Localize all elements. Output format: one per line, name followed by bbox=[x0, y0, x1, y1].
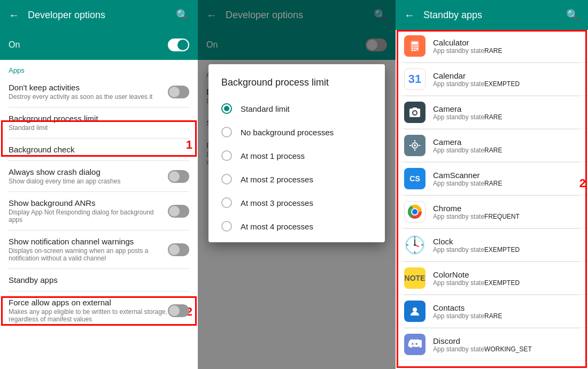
app-state-chrome: App standby stateFREQUENT bbox=[433, 213, 579, 220]
app-info-colornote: ColorNote App standby stateEXEMPTED bbox=[433, 270, 579, 287]
app-name-clock: Clock bbox=[433, 237, 579, 246]
setting-force-external[interactable]: Force allow apps on external Makes any a… bbox=[0, 291, 198, 329]
panel-standby-apps: 2 ← Standby apps 🔍 bbox=[396, 0, 588, 369]
app-state-colornote: App standby stateEXEMPTED bbox=[433, 279, 579, 287]
toolbar-title-1: Developer options bbox=[28, 10, 176, 21]
setting-text: Don't keep activities Destroy every acti… bbox=[9, 83, 168, 101]
radio-at-most-1[interactable]: At most 1 process bbox=[208, 144, 385, 167]
toggle-dont-keep[interactable] bbox=[168, 86, 189, 98]
app-item-camscanner[interactable]: CS CamScanner App standby stateRARE bbox=[396, 163, 588, 195]
app-item-calculator[interactable]: Calculator App standby stateRARE bbox=[396, 30, 588, 63]
setting-background-process-limit[interactable]: Background process limit Standard limit bbox=[0, 107, 198, 138]
setting-title: Show background ANRs bbox=[9, 198, 168, 207]
on-bar-2: On bbox=[198, 30, 396, 60]
app-name-calculator: Calculator bbox=[433, 38, 579, 47]
app-info-contacts: Contacts App standby stateRARE bbox=[433, 303, 579, 320]
svg-rect-2 bbox=[412, 45, 413, 47]
setting-text: Show notification channel warnings Displ… bbox=[9, 237, 168, 262]
section-header-apps-1: Apps bbox=[0, 60, 198, 76]
annotation-2-panel3: 2 bbox=[579, 176, 586, 190]
setting-title: Always show crash dialog bbox=[9, 167, 168, 176]
toggle-external[interactable] bbox=[168, 304, 189, 317]
app-name-discord: Discord bbox=[433, 336, 579, 345]
toolbar-title-3: Standby apps bbox=[423, 10, 566, 21]
toggle-knob-2 bbox=[367, 40, 377, 50]
radio-label: Standard limit bbox=[241, 104, 290, 113]
radio-circle bbox=[221, 103, 232, 114]
on-label-2: On bbox=[206, 40, 366, 50]
svg-point-10 bbox=[413, 111, 416, 114]
toggle-anr[interactable] bbox=[168, 205, 189, 218]
app-item-chrome[interactable]: Chrome App standby stateFREQUENT bbox=[396, 196, 588, 228]
toggle-knob bbox=[169, 171, 180, 182]
app-info-camera-2: Camera App standby stateRARE bbox=[433, 137, 579, 154]
app-info-discord: Discord App standby stateWORKING_SET bbox=[433, 336, 579, 353]
app-item-camera-2[interactable]: Camera App standby stateRARE bbox=[396, 129, 588, 162]
toggle-knob bbox=[169, 305, 180, 316]
toolbar-3: ← Standby apps 🔍 bbox=[396, 0, 588, 30]
svg-rect-6 bbox=[414, 48, 416, 49]
app-info-calculator: Calculator App standby stateRARE bbox=[433, 38, 579, 55]
setting-standby-apps[interactable]: Standby apps bbox=[0, 269, 198, 291]
camera-icon-1 bbox=[404, 102, 425, 123]
setting-dont-keep-activities[interactable]: Don't keep activities Destroy every acti… bbox=[0, 76, 198, 107]
setting-subtitle: Destroy every activity as soon as the us… bbox=[9, 93, 168, 101]
svg-rect-8 bbox=[412, 50, 413, 51]
setting-title: Force allow apps on external bbox=[9, 298, 168, 307]
radio-at-most-3[interactable]: At most 3 processes bbox=[208, 191, 385, 214]
svg-point-18 bbox=[412, 209, 417, 214]
setting-crash-dialog[interactable]: Always show crash dialog Show dialog eve… bbox=[0, 161, 198, 191]
setting-title: Background process limit bbox=[9, 114, 189, 123]
radio-circle bbox=[221, 197, 232, 208]
back-icon-1[interactable]: ← bbox=[9, 9, 19, 21]
calendar-icon: 31 bbox=[404, 68, 425, 90]
app-name-colornote: ColorNote bbox=[433, 270, 579, 279]
toolbar-title-2: Developer options bbox=[226, 10, 374, 21]
toggle-crash[interactable] bbox=[168, 170, 189, 183]
setting-background-check[interactable]: Background check bbox=[0, 139, 198, 160]
radio-no-background[interactable]: No background processes bbox=[208, 120, 385, 144]
setting-anr[interactable]: Show background ANRs Display App Not Res… bbox=[0, 192, 198, 230]
app-name-chrome: Chrome bbox=[433, 204, 579, 213]
app-item-discord[interactable]: Discord App standby stateWORKING_SET bbox=[396, 328, 588, 361]
app-state-clock: App standby stateEXEMPTED bbox=[433, 246, 579, 253]
back-icon-3[interactable]: ← bbox=[404, 9, 415, 21]
app-state-calendar: App standby stateEXEMPTED bbox=[433, 80, 579, 88]
toggle-knob bbox=[169, 244, 180, 255]
setting-subtitle: Show dialog every time an app crashes bbox=[9, 178, 168, 185]
app-item-camera-1[interactable]: Camera App standby stateRARE bbox=[396, 96, 588, 129]
app-info-camera-1: Camera App standby stateRARE bbox=[433, 104, 579, 121]
svg-rect-9 bbox=[414, 50, 416, 51]
setting-text: Force allow apps on external Makes any a… bbox=[9, 298, 168, 323]
app-item-clock[interactable]: Clock App standby stateEXEMPTED bbox=[396, 229, 588, 262]
radio-at-most-2[interactable]: At most 2 processes bbox=[208, 167, 385, 191]
clock-icon bbox=[404, 234, 425, 256]
toggle-1[interactable] bbox=[168, 39, 189, 51]
radio-label: No background processes bbox=[241, 128, 334, 137]
back-icon-2: ← bbox=[206, 9, 217, 21]
toggle-2 bbox=[366, 39, 387, 51]
svg-rect-3 bbox=[414, 45, 416, 47]
app-list: Calculator App standby stateRARE 31 Cale… bbox=[396, 30, 588, 369]
app-item-contacts[interactable]: Contacts App standby stateRARE bbox=[396, 295, 588, 328]
chrome-icon bbox=[404, 201, 425, 222]
radio-standard-limit[interactable]: Standard limit bbox=[208, 97, 385, 120]
app-state-camera-1: App standby stateRARE bbox=[433, 113, 579, 121]
app-item-colornote[interactable]: NOTE ColorNote App standby stateEXEMPTED bbox=[396, 262, 588, 295]
app-item-calendar[interactable]: 31 Calendar App standby stateEXEMPTED bbox=[396, 63, 588, 96]
setting-text: Show background ANRs Display App Not Res… bbox=[9, 198, 168, 224]
app-state-contacts: App standby stateRARE bbox=[433, 312, 579, 320]
app-name-camera-2: Camera bbox=[433, 137, 579, 147]
dialog-title: Background process limit bbox=[208, 77, 385, 97]
radio-circle bbox=[221, 174, 232, 184]
app-state-camera-2: App standby stateRARE bbox=[433, 147, 579, 154]
setting-title: Don't keep activities bbox=[9, 83, 168, 92]
search-icon-3[interactable]: 🔍 bbox=[566, 9, 579, 21]
toggle-knob bbox=[169, 87, 180, 97]
search-icon-1[interactable]: 🔍 bbox=[176, 9, 189, 21]
setting-notification-warning[interactable]: Show notification channel warnings Displ… bbox=[0, 230, 198, 268]
radio-at-most-4[interactable]: At most 4 processes bbox=[208, 214, 385, 238]
svg-rect-4 bbox=[416, 45, 418, 47]
svg-rect-7 bbox=[416, 48, 418, 50]
toggle-notif[interactable] bbox=[168, 243, 189, 256]
